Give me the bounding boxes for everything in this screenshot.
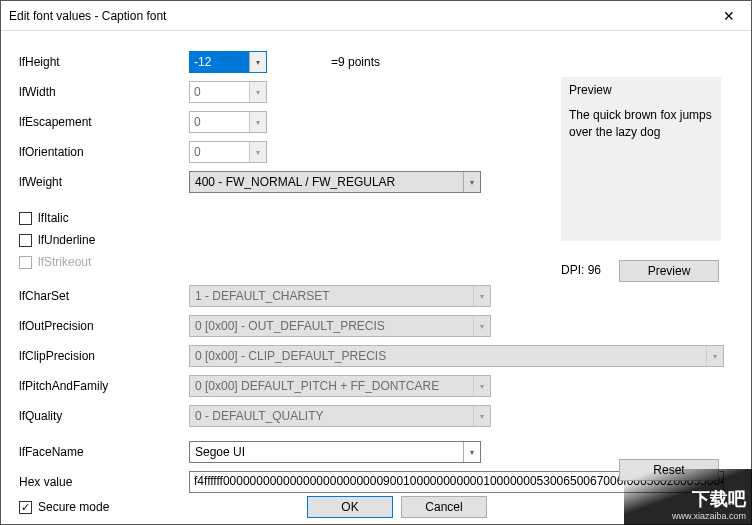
lfoutprecision-combo[interactable]: 0 [0x00] - OUT_DEFAULT_PRECIS ▾: [189, 315, 491, 337]
chevron-down-icon[interactable]: ▾: [473, 406, 490, 426]
secure-mode-label: Secure mode: [38, 500, 109, 514]
chevron-down-icon[interactable]: ▾: [463, 172, 480, 192]
ok-button[interactable]: OK: [307, 496, 393, 518]
reset-button[interactable]: Reset: [619, 459, 719, 481]
close-icon[interactable]: ✕: [707, 1, 751, 31]
lfheight-input[interactable]: -12 ▾: [189, 51, 267, 73]
label-lfwidth: lfWidth: [19, 85, 189, 99]
chevron-down-icon[interactable]: ▾: [473, 316, 490, 336]
chevron-down-icon[interactable]: ▾: [463, 442, 480, 462]
preview-panel: Preview The quick brown fox jumps over t…: [561, 77, 721, 241]
label-lfstrikeout: lfStrikeout: [38, 255, 91, 269]
label-lfoutprecision: lfOutPrecision: [19, 319, 189, 333]
label-lfweight: lfWeight: [19, 175, 189, 189]
lfweight-combo[interactable]: 400 - FW_NORMAL / FW_REGULAR ▾: [189, 171, 481, 193]
lfwidth-input[interactable]: 0 ▾: [189, 81, 267, 103]
lfstrikeout-checkbox: [19, 256, 32, 269]
label-hexvalue: Hex value: [19, 475, 189, 489]
chevron-down-icon[interactable]: ▾: [473, 376, 490, 396]
label-lfpitchandfamily: lfPitchAndFamily: [19, 379, 189, 393]
lfpitchandfamily-combo[interactable]: 0 [0x00] DEFAULT_PITCH + FF_DONTCARE ▾: [189, 375, 491, 397]
chevron-down-icon[interactable]: ▾: [249, 82, 266, 102]
preview-title: Preview: [569, 83, 713, 97]
dpi-label: DPI: 96: [561, 263, 601, 277]
label-lforientation: lfOrientation: [19, 145, 189, 159]
window-title: Edit font values - Caption font: [9, 9, 707, 23]
lfcharset-combo[interactable]: 1 - DEFAULT_CHARSET ▾: [189, 285, 491, 307]
titlebar: Edit font values - Caption font ✕: [1, 1, 751, 31]
cancel-button[interactable]: Cancel: [401, 496, 487, 518]
preview-text: The quick brown fox jumps over the lazy …: [569, 107, 713, 141]
chevron-down-icon[interactable]: ▾: [249, 52, 266, 72]
chevron-down-icon[interactable]: ▾: [249, 142, 266, 162]
label-lfunderline: lfUnderline: [38, 233, 95, 247]
label-lffacename: lfFaceName: [19, 445, 189, 459]
lffacename-combo[interactable]: Segoe UI ▾: [189, 441, 481, 463]
label-lfescapement: lfEscapement: [19, 115, 189, 129]
lfquality-combo[interactable]: 0 - DEFAULT_QUALITY ▾: [189, 405, 491, 427]
label-lfitalic: lfItalic: [38, 211, 69, 225]
lfescapement-input[interactable]: 0 ▾: [189, 111, 267, 133]
lforientation-input[interactable]: 0 ▾: [189, 141, 267, 163]
chevron-down-icon[interactable]: ▾: [706, 346, 723, 366]
chevron-down-icon[interactable]: ▾: [473, 286, 490, 306]
secure-mode-checkbox[interactable]: ✓: [19, 501, 32, 514]
label-lfclipprecision: lfClipPrecision: [19, 349, 189, 363]
lfunderline-checkbox[interactable]: [19, 234, 32, 247]
lfitalic-checkbox[interactable]: [19, 212, 32, 225]
lfheight-points: =9 points: [331, 55, 380, 69]
chevron-down-icon[interactable]: ▾: [249, 112, 266, 132]
lfclipprecision-combo[interactable]: 0 [0x00] - CLIP_DEFAULT_PRECIS ▾: [189, 345, 724, 367]
label-lfheight: lfHeight: [19, 55, 189, 69]
preview-button[interactable]: Preview: [619, 260, 719, 282]
label-lfquality: lfQuality: [19, 409, 189, 423]
label-lfcharset: lfCharSet: [19, 289, 189, 303]
check-icon: ✓: [21, 502, 30, 513]
